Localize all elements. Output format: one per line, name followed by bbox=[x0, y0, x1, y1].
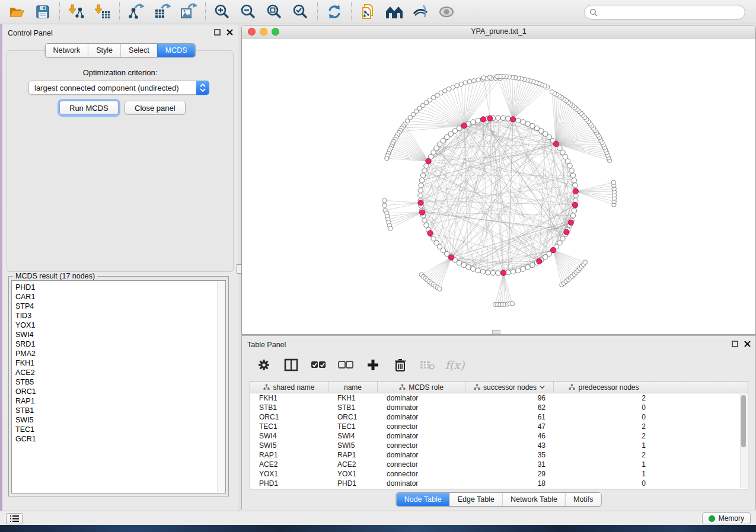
close-panel-icon[interactable] bbox=[227, 29, 233, 36]
tab-style[interactable]: Style bbox=[88, 44, 120, 57]
network-window-titlebar[interactable]: YPA_prune.txt_1 bbox=[242, 25, 755, 39]
table-row[interactable]: ORC1ORC1dominator610 bbox=[250, 412, 748, 422]
mcds-result-item[interactable]: STB5 bbox=[15, 377, 225, 387]
hide-selected-button[interactable] bbox=[411, 2, 430, 21]
open-file-button[interactable] bbox=[7, 2, 26, 21]
column-header-predecessor-nodes[interactable]: predecessor nodes bbox=[554, 382, 654, 393]
import-network-file-button[interactable] bbox=[67, 2, 86, 21]
table-scrollbar-thumb[interactable] bbox=[741, 395, 746, 447]
select-all-button[interactable] bbox=[311, 357, 326, 373]
table-row[interactable]: PHD1PHD1dominator180 bbox=[250, 479, 748, 488]
mcds-result-item[interactable]: CAR1 bbox=[15, 292, 225, 302]
export-network-button[interactable] bbox=[127, 2, 146, 21]
task-history-button[interactable] bbox=[6, 513, 23, 524]
maximize-window-button[interactable] bbox=[272, 28, 279, 36]
clone-network-button[interactable] bbox=[359, 2, 378, 21]
show-columns-button[interactable] bbox=[283, 357, 299, 373]
table-row[interactable]: ACE2ACE2connector311 bbox=[250, 460, 748, 469]
column-header-name[interactable]: name bbox=[328, 382, 378, 393]
table-settings-button[interactable] bbox=[256, 357, 272, 373]
table-row[interactable]: TEC1TEC1connector472 bbox=[250, 422, 748, 431]
tab-network[interactable]: Network bbox=[45, 44, 88, 57]
show-all-button[interactable] bbox=[437, 2, 456, 21]
mcds-result-item[interactable]: SWI4 bbox=[15, 330, 225, 339]
search-box[interactable] bbox=[584, 5, 745, 20]
mcds-result-list[interactable]: PHD1CAR1STP4TID3YOX1SWI4SRD1PMA2FKH1ACE2… bbox=[11, 280, 226, 493]
table-row[interactable]: STB1STB1dominator620 bbox=[250, 403, 748, 412]
result-list-scrollbar[interactable] bbox=[217, 281, 225, 492]
table-cell: SWI5 bbox=[328, 441, 378, 450]
mcds-result-item[interactable]: ACE2 bbox=[15, 368, 225, 377]
table-row[interactable]: SWI4SWI4dominator462 bbox=[250, 431, 748, 441]
table-scrollbar[interactable] bbox=[740, 394, 747, 488]
import-table-file-button[interactable] bbox=[93, 2, 112, 21]
network-graph[interactable] bbox=[242, 39, 755, 335]
column-header-MCDS-role[interactable]: MCDS role bbox=[378, 382, 465, 393]
mcds-result-item[interactable]: STB1 bbox=[15, 406, 225, 415]
deselect-all-button[interactable] bbox=[338, 357, 353, 373]
zoom-selected-button[interactable] bbox=[291, 2, 310, 21]
mcds-result-item[interactable]: TID3 bbox=[15, 311, 225, 321]
table-cell: 62 bbox=[465, 403, 554, 412]
table-row[interactable]: FKH1FKH1dominator962 bbox=[250, 393, 748, 403]
network-view-canvas[interactable] bbox=[242, 39, 755, 334]
search-binoculars-button[interactable] bbox=[385, 2, 404, 21]
table-row[interactable]: YOX1YOX1connector291 bbox=[250, 469, 748, 479]
table-row[interactable]: SWI5SWI5connector431 bbox=[250, 441, 748, 450]
save-button[interactable] bbox=[33, 2, 52, 21]
table-cell: STB1 bbox=[250, 403, 328, 412]
search-input[interactable] bbox=[598, 7, 745, 18]
tab-edge-table[interactable]: Edge Table bbox=[449, 493, 502, 506]
mcds-result-item[interactable]: SRD1 bbox=[15, 339, 225, 349]
tab-mcds[interactable]: MCDS bbox=[157, 44, 195, 57]
table-cell: 2 bbox=[554, 422, 654, 431]
table-cell: 43 bbox=[465, 441, 554, 450]
table-cell: PHD1 bbox=[250, 479, 328, 488]
column-header-successor-nodes[interactable]: successor nodes bbox=[465, 382, 554, 393]
mcds-result-item[interactable]: GCR1 bbox=[15, 434, 225, 444]
add-column-button[interactable] bbox=[365, 357, 381, 373]
mcds-result-item[interactable]: PHD1 bbox=[15, 283, 225, 292]
refresh-button[interactable] bbox=[325, 2, 344, 21]
mcds-result-item[interactable]: TEC1 bbox=[15, 425, 225, 434]
tab-network-table[interactable]: Network Table bbox=[502, 493, 565, 506]
float-panel-icon[interactable] bbox=[214, 29, 221, 36]
close-panel-icon[interactable] bbox=[744, 341, 751, 347]
mcds-result-item[interactable]: YOX1 bbox=[15, 321, 225, 330]
float-panel-icon[interactable] bbox=[732, 341, 738, 347]
mcds-result-item[interactable]: SWI5 bbox=[15, 415, 225, 425]
mcds-result-item[interactable]: PMA2 bbox=[15, 349, 225, 358]
table-cell: YOX1 bbox=[328, 469, 378, 479]
run-mcds-button[interactable]: Run MCDS bbox=[59, 101, 119, 115]
minimize-window-button[interactable] bbox=[260, 28, 267, 36]
table-cell: dominator bbox=[378, 431, 465, 441]
mcds-result-item[interactable]: FKH1 bbox=[15, 358, 225, 368]
close-window-button[interactable] bbox=[248, 28, 256, 36]
control-panel-tabs: NetworkStyleSelectMCDS bbox=[44, 43, 195, 57]
mcds-result-item[interactable]: STP4 bbox=[15, 302, 225, 311]
optimization-criterion-select[interactable]: largest connected component (undirected) bbox=[28, 81, 209, 95]
mcds-result-item[interactable]: RAP1 bbox=[15, 396, 225, 406]
memory-button[interactable]: Memory bbox=[702, 512, 751, 524]
table-cell: 96 bbox=[465, 393, 554, 403]
zoom-out-button[interactable] bbox=[239, 2, 258, 21]
export-table-button[interactable] bbox=[153, 2, 172, 21]
node-table[interactable]: shared namenameMCDS rolesuccessor nodesp… bbox=[250, 381, 748, 489]
tab-node-table[interactable]: Node Table bbox=[397, 493, 449, 506]
table-cell: 0 bbox=[554, 412, 654, 422]
column-header-shared-name[interactable]: shared name bbox=[250, 382, 328, 393]
mcds-result-item[interactable]: ORC1 bbox=[15, 387, 225, 396]
export-image-button[interactable] bbox=[179, 2, 198, 21]
memory-status-dot bbox=[709, 515, 715, 522]
tab-select[interactable]: Select bbox=[120, 44, 157, 57]
table-cell: 61 bbox=[465, 412, 554, 422]
zoom-in-button[interactable] bbox=[213, 2, 232, 21]
table-row[interactable]: RAP1RAP1dominator352 bbox=[250, 450, 748, 460]
horizontal-splitter-handle[interactable] bbox=[492, 330, 500, 334]
list-icon bbox=[10, 515, 19, 523]
table-cell: 46 bbox=[465, 431, 554, 441]
zoom-fit-button[interactable] bbox=[265, 2, 284, 21]
delete-column-button[interactable] bbox=[393, 357, 408, 373]
tab-motifs[interactable]: Motifs bbox=[565, 493, 601, 506]
close-panel-button[interactable]: Close panel bbox=[125, 101, 186, 115]
